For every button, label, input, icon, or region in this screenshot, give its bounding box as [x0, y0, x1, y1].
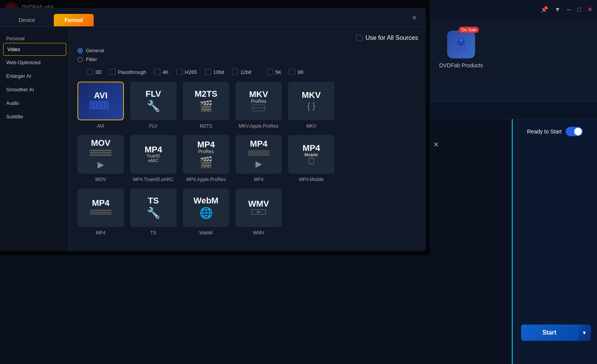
sidebar-item-subtitle[interactable]: Subtitle	[0, 110, 69, 123]
format-icon-m2ts: M2TS 🎬	[183, 82, 229, 120]
start-button-group: Start ▼	[521, 325, 591, 341]
use-all-sources-checkbox[interactable]	[356, 35, 362, 41]
modal-overlay: Device Format × Personal Video Web Optim…	[0, 0, 430, 255]
wmv-graphic	[251, 208, 266, 216]
products-sale-badge: On Sale	[459, 27, 479, 33]
close-icon[interactable]: ✕	[587, 6, 592, 13]
format-icon-avi: AVI	[77, 82, 124, 120]
format-icon-wmv: WMV	[235, 188, 282, 227]
filter-h265[interactable]: H265	[177, 68, 197, 75]
format-icon-mkv-prores: MKV ProRes	[235, 82, 282, 120]
format-item-flv[interactable]: FLV 🔧 FLV	[130, 82, 177, 129]
ready-to-start-label: Ready to Start	[527, 128, 562, 135]
avi-filmstrip-graphic	[89, 100, 112, 111]
format-item-ts[interactable]: TS 🔧 TS	[130, 188, 177, 236]
filter-5k[interactable]: 5K	[267, 68, 281, 75]
format-item-m2ts[interactable]: M2TS 🎬 M2TS	[183, 82, 229, 129]
sidebar-item-video[interactable]: Video	[3, 43, 66, 56]
pin-icon[interactable]: 📌	[540, 6, 548, 13]
dropdown-icon[interactable]: ▼	[554, 6, 561, 13]
mkv-prores-graphic	[251, 104, 266, 112]
filter-12bit[interactable]: 12bit	[232, 68, 251, 75]
radio-filter[interactable]	[77, 57, 83, 62]
sidebar-group-label: Personal	[0, 33, 69, 43]
filter-10bit[interactable]: 10bit	[205, 68, 224, 75]
format-item-mov[interactable]: MOV ▶ MOV	[77, 135, 124, 182]
svg-rect-29	[101, 101, 105, 109]
checkbox-10bit[interactable]	[205, 69, 211, 75]
start-button[interactable]: Start	[521, 325, 578, 341]
m2ts-film-icon: 🎬	[199, 100, 213, 113]
modal-sidebar: Personal Video Web Optimized Enlarger AI…	[0, 27, 70, 251]
format-label-mp4-truehd: MP4.TrueHD.eARC	[133, 177, 174, 182]
radio-filter-row: Filter	[77, 56, 418, 62]
maximize-icon[interactable]: □	[577, 6, 581, 13]
filter-row: General Filter	[77, 48, 418, 62]
ready-to-start-row: Ready to Start	[527, 127, 583, 136]
format-label-mp4-prores: MP4.Apple.ProRes	[186, 177, 226, 182]
format-icon-mov: MOV ▶	[77, 135, 124, 174]
use-all-sources-row: Use for All Sources	[77, 34, 418, 41]
format-item-mkv[interactable]: MKV { } MKV	[288, 82, 335, 129]
flv-wrench-icon: 🔧	[147, 100, 160, 113]
format-icon-ts: TS 🔧	[130, 188, 177, 227]
svg-rect-44	[90, 214, 112, 215]
checkbox-8k[interactable]	[289, 69, 295, 75]
format-label-wmv: WMV	[253, 230, 264, 236]
start-button-arrow[interactable]: ▼	[578, 325, 591, 341]
checkbox-3d[interactable]	[87, 69, 93, 75]
outer-close-button[interactable]: ✕	[431, 139, 441, 150]
format-item-webm[interactable]: WebM 🌐 WebM	[183, 188, 229, 236]
modal-close-button[interactable]: ×	[409, 12, 420, 23]
format-item-mp4-extra[interactable]: MP4 MP4	[77, 188, 124, 236]
checkbox-12bit[interactable]	[232, 69, 238, 75]
checkbox-5k[interactable]	[267, 69, 273, 75]
format-item-mp4[interactable]: MP4 ▶ MP4	[235, 135, 282, 182]
svg-rect-34	[90, 152, 112, 154]
format-label-mkv: MKV	[306, 123, 316, 129]
format-label-mov: MOV	[95, 177, 106, 182]
format-item-avi[interactable]: AVI AVI	[77, 82, 124, 129]
filter-3d[interactable]: 3D	[87, 68, 102, 75]
format-grid-row3: MP4 MP4	[77, 188, 418, 236]
ts-wrench-icon: 🔧	[147, 207, 160, 219]
tab-format[interactable]: Format	[54, 14, 94, 26]
filter-8k[interactable]: 8K	[289, 68, 304, 75]
svg-rect-28	[98, 101, 101, 109]
radio-general-label: General	[86, 48, 104, 53]
format-item-wmv[interactable]: WMV WMV	[235, 188, 282, 236]
nav-item-products[interactable]: On Sale DVDFab Products	[439, 31, 483, 68]
format-label-mp4: MP4	[254, 177, 264, 182]
mov-lines-graphic	[89, 149, 112, 158]
format-item-mp4-prores[interactable]: MP4 ProRes 🎬 MP4.Apple.ProRes	[183, 135, 229, 182]
format-label-ts: TS	[150, 230, 156, 236]
sidebar-item-audio[interactable]: Audio	[0, 96, 69, 110]
format-grid-row1: AVI AVI	[77, 82, 418, 129]
radio-general[interactable]	[77, 48, 83, 53]
right-panel: Ready to Start Start ▼	[512, 119, 597, 364]
svg-rect-38	[248, 154, 269, 156]
filter-4k[interactable]: 4K	[154, 68, 169, 75]
format-item-mp4-truehd[interactable]: MP4 TrueHDeARC MP4.TrueHD.eARC	[130, 135, 177, 182]
checkbox-h265[interactable]	[177, 69, 183, 75]
webm-film-icon: 🌐	[199, 207, 213, 219]
svg-rect-35	[90, 154, 112, 156]
checkbox-passthrough[interactable]	[110, 69, 116, 75]
format-label-webm: WebM	[199, 230, 213, 236]
svg-rect-27	[94, 101, 97, 109]
format-icon-webm: WebM 🌐	[183, 188, 229, 227]
radio-filter-label: Filter	[86, 56, 97, 62]
format-item-mp4-mobile[interactable]: MP4 Mobile MP4.Mobile	[288, 135, 335, 182]
checkbox-4k[interactable]	[154, 69, 160, 75]
format-icon-mp4: MP4 ▶	[235, 135, 282, 174]
tab-device[interactable]: Device	[8, 14, 46, 26]
format-item-mkv-prores[interactable]: MKV ProRes MKV.Apple.ProRes	[235, 82, 282, 129]
ready-toggle[interactable]	[566, 127, 583, 136]
sidebar-item-enlarger-ai[interactable]: Enlarger AI	[0, 69, 69, 83]
modal-body: Personal Video Web Optimized Enlarger AI…	[0, 27, 426, 251]
sidebar-item-smoother-ai[interactable]: Smoother AI	[0, 83, 69, 96]
filter-passthrough[interactable]: Passthrough	[110, 68, 146, 75]
minimize-icon[interactable]: ─	[567, 6, 571, 13]
mp4-play-icon: ▶	[256, 159, 262, 169]
sidebar-item-web-optimized[interactable]: Web Optimized	[0, 56, 69, 69]
